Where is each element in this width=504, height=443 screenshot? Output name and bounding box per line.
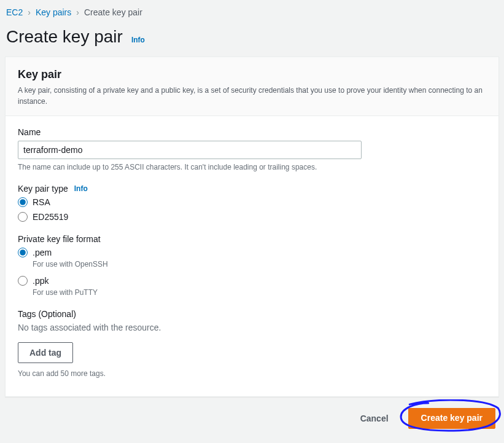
radio-rsa[interactable] (18, 197, 28, 207)
radio-ed25519[interactable] (18, 212, 28, 222)
tags-empty-text: No tags associated with the resource. (18, 323, 486, 332)
info-link-header[interactable]: Info (131, 36, 145, 44)
chevron-right-icon: › (76, 7, 79, 17)
tags-label: Tags (Optional) (18, 309, 486, 319)
tags-hint: You can add 50 more tags. (18, 369, 486, 378)
radio-pem-label: .pem (33, 248, 52, 257)
name-label: Name (18, 127, 486, 137)
breadcrumb-keypairs[interactable]: Key pairs (36, 7, 71, 17)
format-label: Private key file format (18, 234, 486, 244)
chevron-right-icon: › (28, 7, 31, 17)
add-tag-button[interactable]: Add tag (18, 342, 73, 363)
radio-ppk-label: .ppk (33, 276, 48, 286)
radio-ppk-row: .ppk (18, 276, 486, 286)
radio-pem[interactable] (18, 248, 28, 257)
panel-body: Name The name can include up to 255 ASCI… (6, 116, 498, 396)
radio-pem-row: .pem (18, 248, 486, 257)
radio-ppk[interactable] (18, 276, 28, 286)
page-title: Create key pair (6, 27, 123, 47)
radio-pem-sub: For use with OpenSSH (33, 260, 486, 269)
field-file-format: Private key file format .pem For use wit… (18, 234, 486, 297)
radio-rsa-label: RSA (33, 197, 50, 207)
key-pair-panel: Key pair A key pair, consisting of a pri… (5, 57, 499, 397)
name-input[interactable] (18, 141, 362, 159)
type-label: Key pair type (18, 184, 68, 194)
breadcrumb-ec2[interactable]: EC2 (6, 7, 23, 17)
radio-ed25519-label: ED25519 (33, 212, 68, 222)
field-keypair-type: Key pair type Info RSA ED25519 (18, 184, 486, 222)
type-label-row: Key pair type Info (18, 184, 486, 194)
info-link-type[interactable]: Info (74, 184, 88, 193)
cancel-button[interactable]: Cancel (349, 409, 400, 428)
radio-rsa-row: RSA (18, 197, 486, 207)
footer-actions: Cancel Create key pair (0, 397, 504, 429)
panel-header: Key pair A key pair, consisting of a pri… (6, 57, 498, 116)
radio-ppk-sub: For use with PuTTY (33, 288, 486, 297)
breadcrumb: EC2 › Key pairs › Create key pair (0, 0, 504, 21)
panel-title: Key pair (18, 68, 486, 81)
radio-ed25519-row: ED25519 (18, 212, 486, 222)
create-key-pair-button[interactable]: Create key pair (408, 408, 495, 429)
field-name: Name The name can include up to 255 ASCI… (18, 127, 486, 171)
breadcrumb-current: Create key pair (84, 7, 142, 17)
panel-description: A key pair, consisting of a private key … (18, 85, 486, 107)
page-header: Create key pair Info (0, 21, 504, 57)
name-hint: The name can include up to 255 ASCII cha… (18, 163, 486, 171)
field-tags: Tags (Optional) No tags associated with … (18, 309, 486, 378)
